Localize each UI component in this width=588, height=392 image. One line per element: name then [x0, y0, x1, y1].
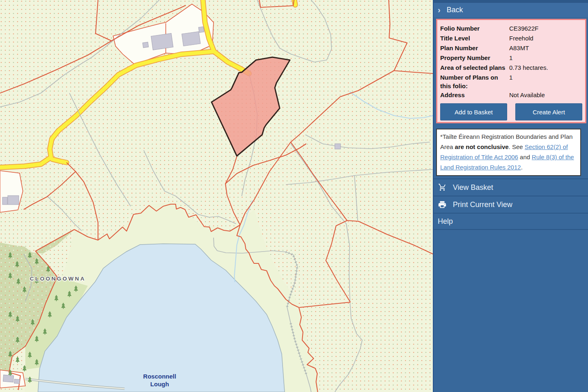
menu-item-label: Help — [438, 217, 453, 226]
panel-field-row: Plan NumberA83MT — [440, 43, 582, 53]
menu-item-print-current-view[interactable]: Print Current View — [434, 196, 588, 213]
menu-item-help[interactable]: Help — [434, 213, 588, 230]
menu-item-view-basket[interactable]: View Basket — [434, 178, 588, 196]
menu-item-label: Print Current View — [453, 200, 512, 209]
panel-field-label: Plan Number — [440, 43, 509, 52]
disclaimer-bold-text: are not conclusive — [455, 143, 509, 150]
lough-label-line1: Rosconnell — [143, 373, 176, 380]
panel-field-row: AddressNot Available — [440, 90, 582, 100]
panel-field-label: Title Level — [440, 33, 509, 42]
panel-field-value: 0.73 hectares. — [509, 63, 582, 72]
panel-field-row: Title LevelFreehold — [440, 33, 582, 43]
disclaimer-plain-text: and — [518, 154, 532, 160]
folio-details-panel: Folio NumberCE39622FTitle LevelFreeholdP… — [436, 19, 586, 123]
folio-panel-buttons: Add to BasketCreate Alert — [440, 103, 582, 120]
panel-field-label: Folio Number — [440, 24, 509, 33]
panel-field-label: Number of Plans on this folio: — [440, 73, 509, 90]
panel-field-row: Area of selected plans0.73 hectares. — [440, 63, 582, 73]
menu-item-label: View Basket — [453, 183, 493, 192]
add-to-basket-button[interactable]: Add to Basket — [440, 103, 507, 120]
sidebar: › Back Folio NumberCE39622FTitle LevelFr… — [433, 0, 588, 392]
panel-field-value: Not Available — [509, 90, 582, 99]
panel-field-value: 1 — [509, 73, 582, 82]
lough-label-line2: Lough — [150, 381, 169, 388]
printer-icon — [438, 200, 447, 209]
disclaimer-plain-text: . — [521, 164, 523, 171]
sidebar-menu: View BasketPrint Current ViewHelp — [434, 178, 588, 230]
create-alert-button[interactable]: Create Alert — [515, 103, 582, 120]
disclaimer-plain-text: . See — [509, 143, 525, 150]
land-registry-map-app: CLOONGOWNA Rosconnell Lough › Back Folio… — [0, 0, 588, 392]
panel-field-value: A83MT — [509, 43, 582, 52]
lough-label: Rosconnell Lough — [131, 372, 188, 388]
panel-field-row: Property Number1 — [440, 53, 582, 63]
panel-field-value: CE39622F — [509, 24, 582, 33]
cart-icon — [438, 183, 447, 192]
panel-field-label: Property Number — [440, 53, 509, 62]
panel-field-label: Area of selected plans — [440, 63, 509, 72]
folio-panel-fields: Folio NumberCE39622FTitle LevelFreeholdP… — [440, 24, 582, 100]
townland-label: CLOONGOWNA — [30, 276, 86, 282]
map-svg — [0, 0, 433, 392]
panel-field-value: Freehold — [509, 33, 582, 42]
panel-field-row: Number of Plans on this folio:1 — [440, 73, 582, 90]
back-button[interactable]: › Back — [434, 3, 588, 17]
chevron-right-icon: › — [438, 6, 441, 14]
boundary-disclaimer: *Tailte Éireann Registration Boundaries … — [436, 129, 581, 176]
panel-field-label: Address — [440, 90, 509, 99]
panel-field-value: 1 — [509, 53, 582, 62]
map-viewport[interactable]: CLOONGOWNA Rosconnell Lough — [0, 0, 433, 392]
back-label: Back — [447, 6, 463, 14]
panel-field-row: Folio NumberCE39622F — [440, 24, 582, 33]
sidebar-top-strip — [434, 0, 588, 3]
disclaimer-text: *Tailte Éireann Registration Boundaries … — [440, 133, 574, 171]
